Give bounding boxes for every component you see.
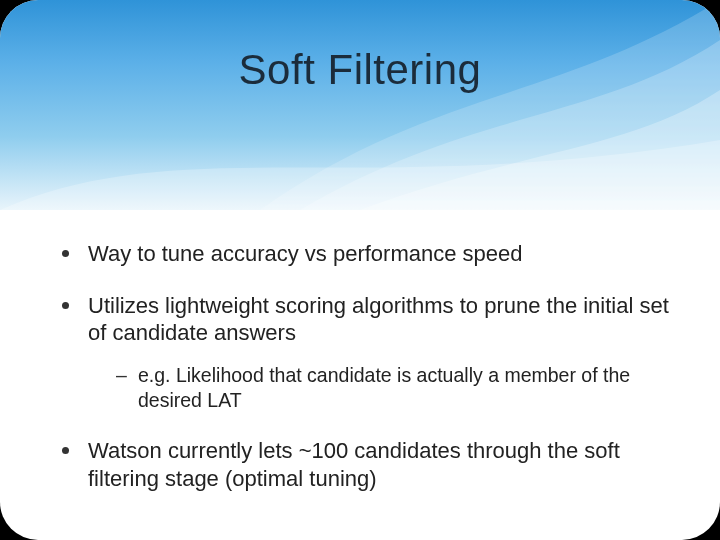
- slide: Soft Filtering Way to tune accuracy vs p…: [0, 0, 720, 540]
- list-item: Watson currently lets ~100 candidates th…: [62, 437, 672, 492]
- slide-title: Soft Filtering: [0, 46, 720, 94]
- slide-header: Soft Filtering: [0, 0, 720, 210]
- bullet-text: Watson currently lets ~100 candidates th…: [88, 438, 620, 491]
- slide-content: Way to tune accuracy vs performance spee…: [0, 210, 720, 492]
- sub-bullet-text: e.g. Likelihood that candidate is actual…: [138, 364, 630, 411]
- bullet-text: Way to tune accuracy vs performance spee…: [88, 241, 523, 266]
- bullet-list: Way to tune accuracy vs performance spee…: [62, 240, 672, 492]
- bullet-text: Utilizes lightweight scoring algorithms …: [88, 293, 669, 346]
- sub-list-item: e.g. Likelihood that candidate is actual…: [116, 363, 672, 414]
- list-item: Way to tune accuracy vs performance spee…: [62, 240, 672, 268]
- list-item: Utilizes lightweight scoring algorithms …: [62, 292, 672, 414]
- sub-bullet-list: e.g. Likelihood that candidate is actual…: [116, 363, 672, 414]
- wave-decoration: [0, 0, 720, 210]
